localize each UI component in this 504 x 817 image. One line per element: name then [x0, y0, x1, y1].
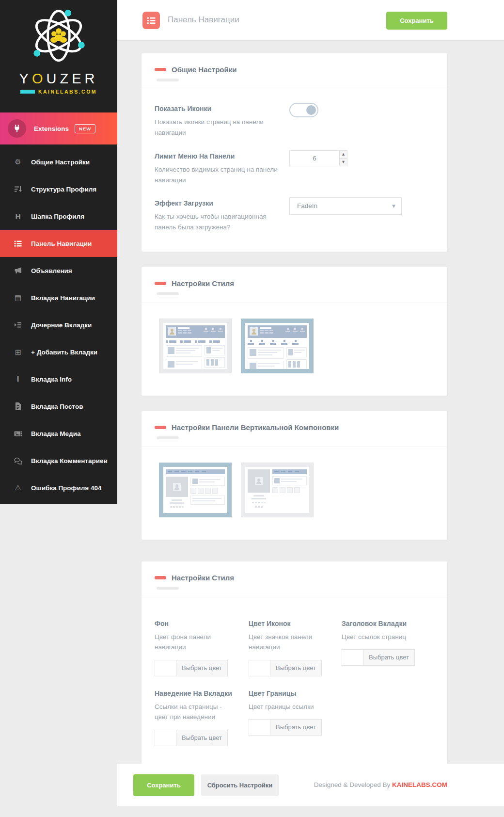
- setting-row-menu-limit: Лимит Меню На Панели Количество видимых …: [155, 139, 434, 186]
- sidebar-item-general-settings[interactable]: ⚙ Общие Настройки: [0, 148, 117, 176]
- info-icon: i: [13, 375, 23, 384]
- field-description: Как ты хочешь чтобы навигационная панель…: [155, 211, 286, 233]
- layout-option-stacked-nav-selected[interactable]: [241, 319, 314, 373]
- main-area: Панель Навигации Сохранить Общие Настрой…: [117, 0, 504, 771]
- section-underline: [157, 436, 179, 439]
- setting-row-loading-effect: Эффект Загрузки Как ты хочешь чтобы нави…: [155, 186, 434, 233]
- warning-icon: ⚠: [13, 483, 23, 492]
- megaphone-icon: [13, 267, 23, 274]
- color-setting-background: Фон Цвет фона панели навигации Выбрать ц…: [155, 608, 236, 678]
- sidebar-item-add-tabs[interactable]: ⊞ + Добавить Вкладки: [0, 338, 117, 366]
- vertical-layout-option-side-nav[interactable]: [241, 463, 314, 517]
- section-title: Общие Настройки: [172, 65, 236, 74]
- list-alt-icon: ▤: [13, 293, 23, 302]
- section-title: Настройки Панели Вертикальной Компоновки: [172, 423, 339, 432]
- chevron-down-icon: ▼: [392, 198, 395, 214]
- tab-hover-color-picker[interactable]: Выбрать цвет: [155, 730, 228, 746]
- section-underline: [157, 79, 179, 81]
- footer-bar: Сохранить Сбросить Настройки Designed & …: [117, 764, 504, 806]
- section-title: Настройки Стиля: [172, 574, 234, 582]
- general-settings-card: Общие Настройки Показать Иконки Показать…: [142, 53, 447, 252]
- sidebar-item-comments-tab[interactable]: Вкладка Комментариев: [0, 447, 117, 474]
- show-icons-toggle[interactable]: [289, 103, 318, 117]
- layout-option-inline-nav[interactable]: [159, 319, 232, 373]
- page-title: Панель Навигации: [168, 15, 239, 25]
- indent-list-icon: [13, 321, 23, 329]
- brand-name: YOUZER: [19, 71, 98, 87]
- section-dash-icon: [155, 68, 166, 71]
- comments-icon: [13, 457, 23, 465]
- sidebar-item-profile-header[interactable]: H Шапка Профиля: [0, 203, 117, 230]
- layout-preview: [245, 323, 309, 369]
- list-icon: [13, 240, 23, 247]
- section-title: Настройки Стиля: [172, 279, 234, 288]
- toggle-knob: [306, 105, 316, 115]
- vertical-layout-option-top-nav-selected[interactable]: [159, 463, 232, 517]
- sidebar-item-media-tab[interactable]: Вкладка Медиа: [0, 420, 117, 447]
- section-underline: [157, 587, 179, 590]
- kainelabs-link[interactable]: KAINELABS.COM: [392, 781, 447, 788]
- youzer-settings-app: YOUZER KAINELABS.COM Extensions NEW ⚙ Об…: [0, 0, 504, 817]
- color-setting-icons: Цвет Иконок Цвет значков панели навигаци…: [249, 608, 329, 678]
- sidebar-item-navigation-tabs[interactable]: ▤ Вкладки Навигации: [0, 284, 117, 311]
- media-icon: [13, 430, 23, 437]
- stepper-up-icon[interactable]: ▲: [340, 151, 347, 159]
- sidebar-item-profile-structure[interactable]: Структура Профиля: [0, 176, 117, 203]
- color-swatch[interactable]: [155, 730, 176, 746]
- page-list-icon: [142, 12, 160, 29]
- section-dash-icon: [155, 576, 166, 579]
- border-color-picker[interactable]: Выбрать цвет: [249, 719, 322, 736]
- sidebar-item-posts-tab[interactable]: Вкладка Постов: [0, 393, 117, 420]
- sidebar-item-info-tab[interactable]: i Вкладка Info: [0, 366, 117, 393]
- settings-content: Общие Настройки Показать Иконки Показать…: [142, 53, 447, 771]
- number-stepper[interactable]: ▲ ▼: [339, 151, 347, 166]
- style-colors-card: Настройки Стиля Фон Цвет фона панели нав…: [142, 561, 447, 771]
- atom-logo-icon: [22, 6, 95, 70]
- new-badge: NEW: [75, 124, 95, 133]
- loading-effect-select[interactable]: FadeIn ▼: [289, 197, 402, 215]
- field-description: Количество видимых страниц на панели нав…: [155, 164, 286, 186]
- layout-preview: [163, 323, 227, 369]
- brand-subtitle: KAINELABS.COM: [38, 89, 97, 95]
- layout-preview: [245, 467, 309, 513]
- sidebar-item-navigation-panel[interactable]: Панель Навигации: [0, 230, 117, 257]
- section-underline: [157, 292, 179, 295]
- color-swatch[interactable]: [155, 660, 176, 676]
- stepper-down-icon[interactable]: ▼: [340, 159, 347, 166]
- sidebar: YOUZER KAINELABS.COM Extensions NEW ⚙ Об…: [0, 0, 117, 504]
- file-icon: [13, 402, 23, 410]
- color-setting-border: Цвет Границы Цвет границы ссылки Выбрать…: [249, 678, 329, 748]
- gears-icon: ⚙: [13, 158, 23, 166]
- menu-limit-input[interactable]: 6 ▲ ▼: [289, 150, 347, 166]
- color-swatch[interactable]: [249, 720, 270, 735]
- icons-color-picker[interactable]: Выбрать цвет: [249, 660, 322, 676]
- sidebar-item-extensions[interactable]: Extensions NEW: [0, 112, 117, 144]
- sidebar-item-announcements[interactable]: Объявления: [0, 257, 117, 284]
- color-swatch[interactable]: [249, 660, 270, 676]
- color-swatch[interactable]: [342, 650, 363, 665]
- sort-icon: [13, 185, 23, 193]
- sidebar-nav: ⚙ Общие Настройки Структура Профиля H Ша…: [0, 144, 117, 501]
- plus-square-icon: ⊞: [13, 348, 23, 357]
- header-h-icon: H: [13, 212, 23, 220]
- save-button-bottom[interactable]: Сохранить: [133, 774, 194, 796]
- plug-icon: [8, 119, 26, 138]
- color-setting-tab-hover: Наведение На Вкладки Ссылки на страницы …: [155, 678, 236, 748]
- color-setting-tab-title: Заголовок Вкладки Цвет ссылок страниц Вы…: [342, 608, 434, 678]
- youzer-logo: YOUZER KAINELABS.COM: [0, 0, 117, 112]
- layout-preview: [163, 467, 227, 513]
- page-header: Панель Навигации Сохранить: [117, 0, 504, 41]
- tab-title-color-picker[interactable]: Выбрать цвет: [342, 649, 415, 666]
- vertical-layout-card: Настройки Панели Вертикальной Компоновки: [142, 411, 447, 540]
- credit-line: Designed & Developed By KAINELABS.COM: [314, 781, 447, 788]
- background-color-picker[interactable]: Выбрать цвет: [155, 660, 228, 676]
- section-dash-icon: [155, 282, 166, 285]
- style-layout-card: Настройки Стиля: [142, 267, 447, 396]
- sidebar-item-child-tabs[interactable]: Дочерние Вкладки: [0, 311, 117, 338]
- sidebar-item-404-error[interactable]: ⚠ Ошибка Профиля 404: [0, 474, 117, 501]
- reset-settings-button[interactable]: Сбросить Настройки: [201, 774, 279, 796]
- setting-row-show-icons: Показать Иконки Показать иконки страниц …: [155, 91, 434, 139]
- section-dash-icon: [155, 426, 166, 429]
- field-description: Показать иконки страниц на панели навига…: [155, 117, 286, 139]
- save-button-top[interactable]: Сохранить: [386, 12, 447, 30]
